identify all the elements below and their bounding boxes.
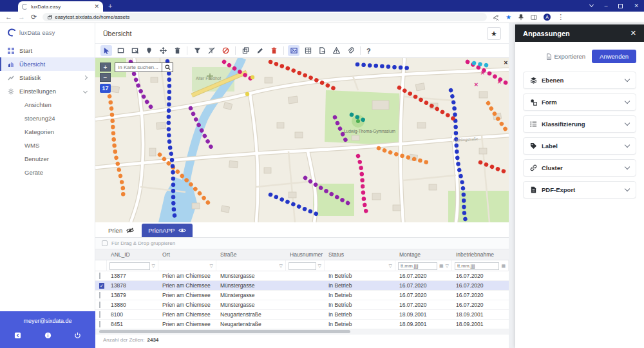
block-icon[interactable]	[220, 45, 231, 56]
delete-icon[interactable]	[171, 45, 183, 56]
filter-funnel-icon[interactable]: ▽	[389, 264, 392, 269]
zoom-in-button[interactable]: +	[100, 63, 111, 72]
sidebar-subitem-benutzer[interactable]: Benutzer	[0, 152, 95, 166]
table-row[interactable]: 8100 Prien am Chiemsee Neugartenstraße I…	[95, 310, 509, 320]
window-menu-icon[interactable]	[589, 3, 594, 7]
tab-close-icon[interactable]: ✕	[94, 3, 99, 10]
filter-icon[interactable]	[191, 45, 203, 56]
link-icon	[530, 164, 537, 171]
filter-input-hausnummer[interactable]	[289, 262, 316, 270]
sidebar-item-statistik[interactable]: Statistik	[0, 71, 95, 84]
side-panel-icon[interactable]	[531, 14, 537, 21]
image-view-icon[interactable]	[288, 45, 299, 56]
tab-prienapp[interactable]: PrienAPP	[142, 224, 193, 237]
column-header[interactable]: Hausnummer	[286, 251, 325, 258]
sidebar-subitem-geraete[interactable]: Geräte	[0, 166, 95, 179]
warning-icon[interactable]	[330, 45, 342, 56]
tab-prien[interactable]: Prien	[102, 224, 140, 237]
export-button[interactable]: Exportieren	[546, 53, 586, 60]
filter-funnel-icon[interactable]: ▽	[210, 264, 213, 269]
profile-avatar[interactable]: A	[544, 14, 551, 21]
accordion-cluster[interactable]: Cluster	[523, 159, 636, 177]
filter-date-inbetriebnahme[interactable]	[455, 262, 499, 270]
bookmark-star-icon[interactable]: ★	[506, 14, 511, 21]
help-button[interactable]: ?	[365, 47, 373, 55]
calendar-icon[interactable]: ▦	[439, 264, 444, 269]
sidebar-subitem-kategorien[interactable]: Kategorien	[0, 125, 95, 139]
table-row[interactable]: 13877 Prien am Chiemsee Münstergasse In …	[95, 271, 509, 281]
accordion-form[interactable]: Form	[523, 93, 636, 111]
group-drop-zone[interactable]: Für Drag & Drop gruppieren	[95, 238, 509, 249]
reload-icon[interactable]: ⟳	[31, 14, 37, 21]
table-row-selected[interactable]: ✓ 13878 Prien am Chiemsee Münstergasse I…	[95, 281, 509, 291]
table-row[interactable]: 8451 Prien am Chiemsee Neugartenstraße I…	[95, 320, 509, 329]
column-header[interactable]: Straße	[216, 251, 286, 258]
move-icon[interactable]	[157, 45, 169, 56]
scrollbar-thumb[interactable]	[99, 330, 350, 333]
logout-power-icon[interactable]	[74, 332, 81, 339]
minimize-button[interactable]: –	[604, 3, 607, 9]
forward-icon[interactable]: →	[18, 14, 25, 21]
filter-funnel-icon[interactable]: ▽	[318, 264, 321, 269]
close-button[interactable]: ✕	[634, 3, 639, 9]
panel-close-icon[interactable]: ✕	[630, 29, 636, 37]
sidebar-subitem-wms[interactable]: WMS	[0, 139, 95, 152]
filter-funnel-icon[interactable]: ▽	[446, 264, 449, 269]
sidebar-subitem-stoerung24[interactable]: stoerung24	[0, 111, 95, 125]
accordion-label-section[interactable]: Label	[523, 137, 636, 155]
accordion-ebenen[interactable]: Ebenen	[523, 72, 636, 89]
add-marker-icon[interactable]	[143, 45, 155, 56]
select-pointer-icon[interactable]	[100, 45, 112, 56]
column-header[interactable]: Montage	[395, 251, 452, 258]
grid-view-icon[interactable]	[302, 45, 314, 56]
accordion-klassifizierung[interactable]: Klassifizierung	[523, 115, 636, 133]
favorite-star-button[interactable]: ★	[487, 27, 501, 40]
edit-pencil-icon[interactable]	[254, 45, 265, 56]
apply-button[interactable]: Anwenden	[592, 50, 636, 63]
column-header[interactable]: Inbetriebnahme	[452, 251, 509, 258]
column-header[interactable]: ANL_ID	[107, 251, 158, 258]
row-checkbox[interactable]	[99, 292, 100, 298]
map-viewport[interactable]: ✕✕✕ ✕ Alter Friedhof Ludwig-Thoma-Gymnas…	[95, 58, 509, 222]
filter-date-montage[interactable]	[398, 262, 437, 270]
sidebar-subitem-ansichten[interactable]: Ansichten	[0, 98, 95, 111]
rectangle-select-icon[interactable]	[115, 45, 126, 56]
browser-tab[interactable]: luxData.easy ✕	[18, 1, 103, 12]
search-icon[interactable]	[162, 63, 173, 72]
zoom-out-button[interactable]: −	[100, 73, 111, 82]
row-checkbox[interactable]	[99, 321, 100, 327]
sidebar-item-einstellungen[interactable]: Einstellungen	[0, 84, 95, 98]
table-row[interactable]: 13879 Prien am Chiemsee Münstergasse In …	[95, 291, 509, 300]
new-tab-button[interactable]: +	[108, 2, 112, 10]
row-checkbox-checked[interactable]: ✓	[99, 283, 104, 289]
copy-icon[interactable]	[240, 45, 251, 56]
filter-off-icon[interactable]	[205, 45, 217, 56]
accordion-pdf-export[interactable]: PDF-Export	[523, 181, 636, 198]
polygon-edit-icon[interactable]	[129, 45, 140, 56]
column-header[interactable]: Status	[325, 251, 395, 258]
extension-pin-icon[interactable]	[518, 14, 524, 21]
filter-funnel-icon[interactable]: ▽	[279, 264, 283, 269]
attachment-icon[interactable]	[345, 45, 356, 56]
file-export-icon[interactable]	[316, 45, 328, 56]
horizontal-scrollbar[interactable]	[95, 329, 509, 334]
share-icon[interactable]	[493, 14, 499, 21]
filter-input-anlid[interactable]	[109, 262, 150, 270]
table-row[interactable]: 13880 Prien am Chiemsee Münstergasse In …	[95, 300, 509, 310]
filter-funnel-icon[interactable]: ▽	[152, 264, 155, 269]
info-icon[interactable]	[44, 332, 52, 339]
sidebar-item-uebersicht[interactable]: Übersicht	[0, 57, 95, 71]
calendar-icon[interactable]: ▦	[501, 264, 506, 269]
row-checkbox[interactable]	[99, 273, 100, 279]
column-header[interactable]: Ort	[158, 251, 216, 258]
browser-menu-icon[interactable]: ⋮	[557, 14, 564, 21]
back-icon[interactable]: ←	[5, 14, 12, 21]
delete-red-icon[interactable]	[268, 45, 279, 56]
row-checkbox[interactable]	[99, 302, 100, 308]
sidebar-item-start[interactable]: Start	[0, 44, 95, 57]
map-search-input[interactable]	[115, 63, 162, 72]
maximize-button[interactable]	[618, 4, 623, 8]
url-field[interactable]: easytest.sixdata.de/home/assets	[43, 13, 487, 21]
collapse-icon[interactable]	[14, 332, 21, 339]
row-checkbox[interactable]	[99, 311, 100, 318]
